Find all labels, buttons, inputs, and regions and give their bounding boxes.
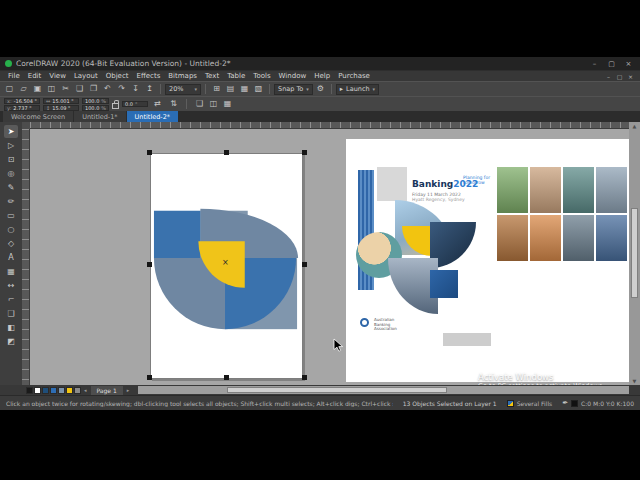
copy-icon[interactable]: ❏	[73, 83, 86, 95]
crop-tool[interactable]: ⊡	[4, 153, 18, 166]
doc-minimize-button[interactable]: –	[603, 73, 614, 80]
prev-page-icon[interactable]: ◂	[82, 387, 89, 393]
menu-item[interactable]: File	[4, 72, 24, 80]
text-tool[interactable]: A	[4, 251, 18, 264]
menu-item[interactable]: Edit	[24, 72, 46, 80]
lock-ratio-icon[interactable]	[112, 103, 119, 109]
close-button[interactable]: ×	[622, 60, 635, 68]
selection-handle[interactable]	[224, 150, 229, 155]
export-icon[interactable]: ↥	[143, 83, 156, 95]
interactive-fill-tool[interactable]: ◩	[4, 335, 18, 348]
paste-icon[interactable]: ❐	[87, 83, 100, 95]
artwork-square-top-left[interactable]	[154, 211, 200, 258]
align-distribute-icon[interactable]: ▦	[221, 98, 234, 110]
color-swatch[interactable]	[34, 387, 41, 394]
vertical-scroll-thumb[interactable]	[631, 208, 638, 298]
selection-handle[interactable]	[302, 375, 307, 380]
zoom-tool[interactable]: ◎	[4, 167, 18, 180]
color-swatch[interactable]	[42, 387, 49, 394]
doc-restore-button[interactable]: ▢	[614, 73, 625, 80]
mirror-vertical-icon[interactable]: ⇅	[167, 98, 180, 110]
fullscreen-preview-icon[interactable]: ⊞	[210, 83, 223, 95]
selection-handle[interactable]	[302, 262, 307, 267]
object-x-field[interactable]: x: -16.504 "	[4, 98, 40, 104]
object-width-field[interactable]: ↔ 15.001 "	[43, 98, 79, 104]
shape-tool[interactable]: ▷	[4, 139, 18, 152]
artistic-media-tool[interactable]: ✏	[4, 195, 18, 208]
freehand-tool[interactable]: ✎	[4, 181, 18, 194]
menu-item[interactable]: Effects	[133, 72, 165, 80]
doc-close-button[interactable]: ×	[625, 73, 636, 80]
horizontal-scroll-thumb[interactable]	[227, 387, 448, 393]
scale-x-field[interactable]: 100.0 %	[82, 98, 109, 104]
combine-objects-icon[interactable]: ❏	[193, 98, 206, 110]
object-height-field[interactable]: ↕ 15.09 "	[43, 105, 79, 111]
minimize-button[interactable]: –	[588, 60, 601, 68]
save-icon[interactable]: ▣	[31, 83, 44, 95]
tab-untitled-1[interactable]: Untitled-1*	[74, 111, 125, 122]
horizontal-ruler[interactable]	[30, 122, 629, 129]
rectangle-tool[interactable]: ▭	[4, 209, 18, 222]
menu-item[interactable]: View	[45, 72, 70, 80]
page-1-tab[interactable]: Page 1	[91, 386, 123, 395]
snap-to-dropdown[interactable]: Snap To ▾	[274, 84, 313, 95]
color-swatch[interactable]	[58, 387, 65, 394]
show-guidelines-icon[interactable]: ▧	[252, 83, 265, 95]
show-grid-icon[interactable]: ▦	[238, 83, 251, 95]
reference-image[interactable]: Banking2022 Friday 11 March 2022 Hyatt R…	[346, 139, 629, 382]
launch-dropdown[interactable]: ▸ Launch ▾	[336, 84, 379, 95]
dimension-tool[interactable]: ↔	[4, 279, 18, 292]
zoom-level-combo[interactable]: 20% ▾	[165, 84, 201, 95]
pick-tool[interactable]: ➤	[4, 125, 18, 138]
menu-item[interactable]: Object	[102, 72, 133, 80]
polygon-tool[interactable]: ◇	[4, 237, 18, 250]
show-rulers-icon[interactable]: ▤	[224, 83, 237, 95]
restore-button[interactable]: ▢	[605, 60, 618, 68]
redo-icon[interactable]: ↷	[115, 83, 128, 95]
menu-item[interactable]: Table	[223, 72, 249, 80]
object-y-field[interactable]: y: 2.737 "	[4, 105, 40, 111]
tab-untitled-2[interactable]: Untitled-2*	[127, 111, 178, 122]
menu-item[interactable]: Layout	[70, 72, 102, 80]
selection-handle[interactable]	[224, 375, 229, 380]
ellipse-tool[interactable]: ○	[4, 223, 18, 236]
vertical-ruler[interactable]	[22, 129, 30, 385]
canvas[interactable]: × Banking2022 Friday 11 March 2022 Hyatt…	[30, 129, 629, 385]
print-icon[interactable]: ◫	[45, 83, 58, 95]
new-document-icon[interactable]: ▢	[3, 83, 16, 95]
color-swatch[interactable]	[66, 387, 73, 394]
rotation-angle-field[interactable]: 0.0 °	[122, 101, 148, 107]
menu-item[interactable]: Help	[310, 72, 334, 80]
color-swatch[interactable]	[74, 387, 81, 394]
color-swatch[interactable]	[26, 387, 33, 394]
selection-handle[interactable]	[147, 375, 152, 380]
options-gear-icon[interactable]: ⚙	[314, 83, 327, 95]
menu-item[interactable]: Purchase	[334, 72, 374, 80]
horizontal-scrollbar[interactable]	[138, 386, 629, 394]
import-icon[interactable]: ↧	[129, 83, 142, 95]
vertical-scrollbar[interactable]: ▲ ▼	[629, 122, 640, 385]
menu-item[interactable]: Text	[201, 72, 223, 80]
tab-welcome-screen[interactable]: Welcome Screen	[3, 111, 73, 122]
transparency-tool[interactable]: ◧	[4, 321, 18, 334]
menu-item[interactable]: Bitmaps	[164, 72, 201, 80]
cut-icon[interactable]: ✂	[59, 83, 72, 95]
scroll-up-icon[interactable]: ▲	[633, 122, 637, 130]
table-tool[interactable]: ▦	[4, 265, 18, 278]
mirror-horizontal-icon[interactable]: ⇄	[151, 98, 164, 110]
selection-handle[interactable]	[302, 150, 307, 155]
color-swatch[interactable]	[50, 387, 57, 394]
drop-shadow-tool[interactable]: ❑	[4, 307, 18, 320]
menu-item[interactable]: Window	[275, 72, 311, 80]
ruler-origin[interactable]	[22, 122, 30, 129]
open-icon[interactable]: ▱	[17, 83, 30, 95]
connector-tool[interactable]: ⌐	[4, 293, 18, 306]
menu-item[interactable]: Tools	[249, 72, 274, 80]
selection-handle[interactable]	[147, 150, 152, 155]
scroll-down-icon[interactable]: ▼	[633, 377, 637, 385]
selection-handle[interactable]	[147, 262, 152, 267]
undo-icon[interactable]: ↶	[101, 83, 114, 95]
next-page-icon[interactable]: ▸	[125, 387, 132, 393]
scale-y-field[interactable]: 100.0 %	[82, 105, 109, 111]
group-objects-icon[interactable]: ◫	[207, 98, 220, 110]
